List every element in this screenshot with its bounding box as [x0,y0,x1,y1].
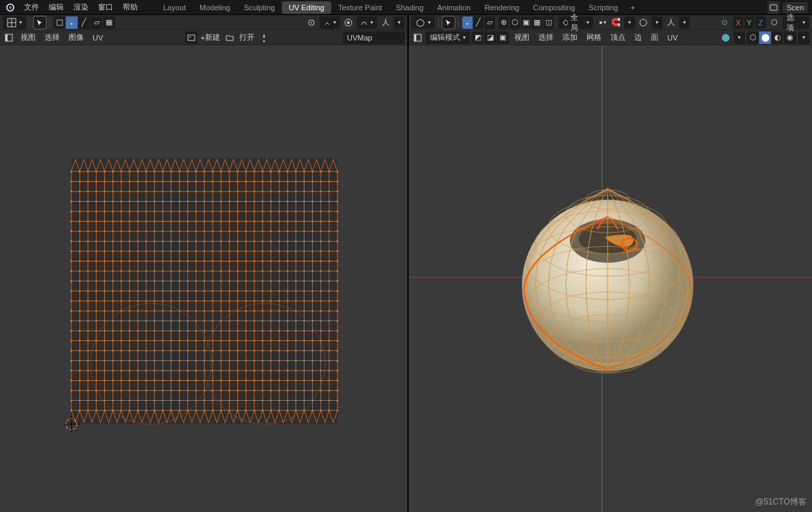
editor-type-uv[interactable]: ▾ [3,16,26,29]
uv-menu-uv[interactable]: UV [89,34,106,42]
vp-snap-type-dd[interactable]: ▾ [624,16,635,29]
3d-viewport[interactable] [409,45,812,512]
svg-point-873 [79,410,80,411]
vp-snap-icon[interactable]: 🧲 [610,16,622,29]
tab-sculpting[interactable]: Sculpting [237,1,282,14]
scene-name-field[interactable]: Scen [783,2,808,13]
editor-type-3d[interactable]: ▾ [411,16,435,29]
island-select-icon[interactable]: ▦ [103,16,115,29]
rendered-shading-icon[interactable]: ◉ [784,32,796,44]
scene-browse-icon[interactable] [767,1,780,14]
image-browse-icon[interactable] [185,32,198,44]
edge-select-icon[interactable]: ╱ [78,16,91,29]
svg-point-458 [195,280,197,281]
uv-menu-image[interactable]: 图像 [65,32,87,43]
vp-menu-uv[interactable]: UV [664,34,681,42]
show-gizmo-icon[interactable]: ⊕ [499,16,510,29]
svg-point-533 [270,300,272,301]
vp-vertex-mode-icon[interactable]: ⬩ [462,16,473,29]
blender-logo-icon[interactable] [4,1,16,14]
vertex-select-icon[interactable]: ⬩ [66,16,78,29]
gizmo-toggle-icon[interactable]: ⊙ [719,16,731,29]
tab-animation[interactable]: Animation [431,1,478,14]
tab-shading[interactable]: Shading [389,1,430,14]
svg-point-819 [178,390,180,391]
uv-menu-select[interactable]: 选择 [41,32,63,43]
vp-menu-select[interactable]: 选择 [535,32,557,43]
tab-rendering[interactable]: Rendering [477,1,526,14]
svg-point-558 [204,310,205,312]
vp-menu-vertex[interactable]: 顶点 [607,32,629,43]
vp-menu-edge[interactable]: 边 [631,32,645,43]
menu-help[interactable]: 帮助 [118,0,143,14]
svg-point-907 [599,21,602,24]
sync-selection-icon[interactable] [53,16,66,29]
pin-icon[interactable] [258,32,270,44]
wireframe-shading-icon[interactable]: ⬡ [747,32,759,44]
tab-scripting[interactable]: Scripting [582,1,625,14]
toggle-a-icon[interactable]: ▦ [532,16,542,29]
tab-texture-paint[interactable]: Texture Paint [331,1,389,14]
new-image-button[interactable]: + 新建 [200,32,222,44]
vp-menu-view[interactable]: 视图 [511,32,533,43]
axis-z-icon[interactable]: Z [755,16,766,29]
toggle-b-icon[interactable]: ◫ [543,16,554,29]
orientation-dd[interactable]: 全局 ▾ [558,16,593,29]
pivot-icon[interactable]: ▾ [595,16,608,29]
svg-point-527 [220,300,222,301]
uvmap-name-input[interactable] [343,32,405,44]
overlays-icon[interactable]: ⬡ [768,16,780,29]
vp-menu-mesh[interactable]: 网格 [583,32,605,43]
shading-dd[interactable]: ▾ [734,32,745,44]
svg-point-173 [295,191,296,192]
comp-b-icon[interactable]: ◪ [484,32,497,44]
live-unwrap-icon[interactable]: 人 [379,16,392,29]
menu-edit[interactable]: 编辑 [44,0,69,14]
svg-point-794 [245,380,246,381]
shading-toggle-icon[interactable]: ⬤ [719,32,732,44]
svg-point-542 [71,310,72,312]
proportional-edit-icon[interactable] [342,16,355,29]
vp-human-dd[interactable]: ▾ [679,16,690,29]
face-select-icon[interactable]: ▱ [91,16,103,29]
vp-human-icon[interactable]: 人 [665,16,677,29]
comp-a-icon[interactable]: ◩ [472,32,484,44]
vp-cursor-tool-icon[interactable] [442,16,455,29]
uv-menu-view[interactable]: 视图 [17,32,39,43]
mode-dropdown[interactable]: 编辑模式 ▾ [426,32,470,44]
uv-options-dd[interactable]: ▾ [394,16,405,29]
tab-uv-editing[interactable]: UV Editing [282,1,331,14]
menu-window[interactable]: 窗口 [93,0,118,14]
tab-layout[interactable]: Layout [156,1,193,14]
show-overlay-icon[interactable]: ⬡ [510,16,521,29]
vp-face-mode-icon[interactable]: ▱ [484,16,495,29]
uv-snap-icon[interactable] [305,16,318,29]
xray-icon[interactable]: ▣ [521,16,532,29]
solid-shading-icon[interactable]: ⬤ [759,32,772,44]
proportional-falloff[interactable]: ▾ [357,16,377,29]
options-dd[interactable]: 选项▾ [783,16,809,29]
vp-falloff-dd[interactable]: ▾ [652,16,662,29]
comp-c-icon[interactable]: ▣ [497,32,509,44]
shading-opts-dd[interactable]: ▾ [798,32,809,44]
svg-point-196 [212,200,213,202]
add-workspace-button[interactable]: + [625,1,640,14]
vp-edge-mode-icon[interactable]: ╱ [473,16,484,29]
uv-snap-type[interactable]: ▾ [320,16,340,29]
tab-modeling[interactable]: Modeling [193,1,237,14]
open-image-button[interactable]: 打开 [238,32,256,44]
menu-file[interactable]: 文件 [19,0,44,14]
vp-sidebar-toggle-icon[interactable] [411,32,424,44]
open-image-icon[interactable] [224,32,236,44]
matprev-shading-icon[interactable]: ◐ [772,32,784,44]
cursor-tool-icon[interactable] [34,16,46,29]
axis-x-icon[interactable]: X [733,16,744,29]
vp-menu-face[interactable]: 面 [647,32,662,43]
uv-viewport[interactable] [0,45,407,512]
axis-y-icon[interactable]: Y [744,16,755,29]
menu-render[interactable]: 渲染 [69,0,93,14]
vp-proportional-icon[interactable] [637,16,649,29]
vp-menu-add[interactable]: 添加 [559,32,581,43]
svg-point-337 [287,240,288,242]
uv-sidebar-toggle-icon[interactable] [3,32,15,44]
